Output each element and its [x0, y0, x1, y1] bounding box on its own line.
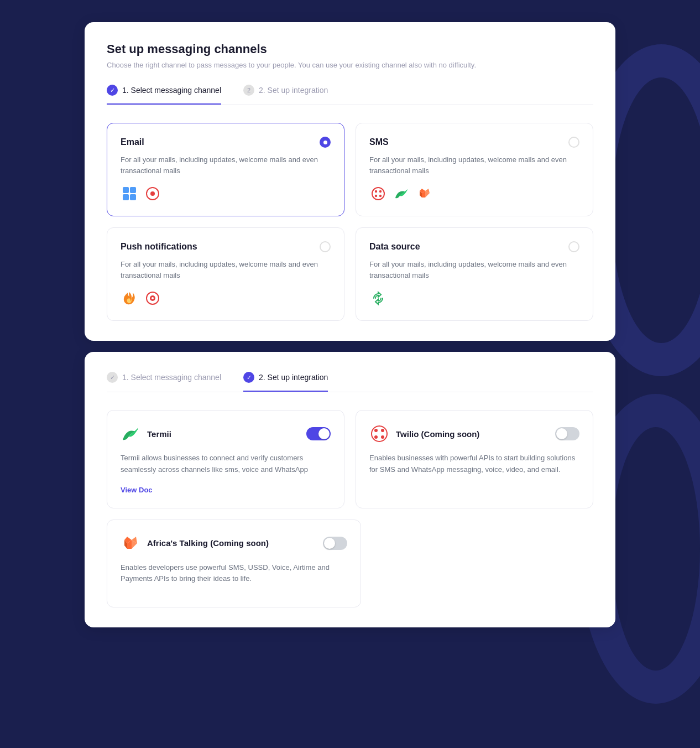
svg-point-7 — [152, 297, 154, 299]
svg-point-12 — [381, 435, 384, 439]
channel-card-email[interactable]: Email For all your mails, including upda… — [107, 123, 344, 216]
channel-email-name: Email — [121, 137, 144, 147]
twilio-header: Twilio (Coming soon) — [369, 424, 579, 444]
svg-point-8 — [372, 426, 387, 441]
svg-point-11 — [374, 435, 378, 439]
channel-email-radio[interactable] — [320, 137, 331, 148]
page-wrapper: Set up messaging channels Choose the rig… — [85, 22, 615, 627]
channel-sms-radio[interactable] — [568, 137, 579, 148]
panel-setup-integration: ✓ 1. Select messaging channel ✓ 2. Set u… — [85, 352, 615, 627]
channel-email-icons — [121, 185, 331, 202]
p2-tab1-label: 1. Select messaging channel — [122, 373, 221, 382]
integration-card-at: Africa's Talking (Coming soon) Enables d… — [107, 520, 361, 608]
at-icon — [121, 533, 140, 553]
svg-point-2 — [379, 190, 382, 193]
tab1-check-icon: ✓ — [107, 85, 118, 96]
channel-push-icons — [121, 289, 331, 307]
channel-sms-name: SMS — [369, 137, 389, 147]
integration-card-twilio: Twilio (Coming soon) Enables businesses … — [356, 410, 593, 508]
sms-icon-termii-bird — [393, 185, 410, 202]
termii-icon — [121, 424, 140, 444]
email-icon-target — [144, 185, 161, 202]
svg-point-3 — [375, 195, 377, 197]
twilio-name: Twilio (Coming soon) — [396, 429, 479, 439]
p2-tab1-check-icon: ✓ — [107, 372, 118, 383]
at-name: Africa's Talking (Coming soon) — [147, 538, 269, 548]
channel-email-desc: For all your mails, including updates, w… — [121, 154, 331, 176]
channel-push-name: Push notifications — [121, 242, 197, 252]
svg-point-10 — [381, 429, 384, 432]
at-header: Africa's Talking (Coming soon) — [121, 533, 347, 553]
tab-select-channel-inactive[interactable]: ✓ 1. Select messaging channel — [107, 372, 221, 392]
channel-push-radio[interactable] — [320, 241, 331, 252]
termii-desc: Termii allows businesses to connect and … — [121, 453, 331, 476]
svg-point-0 — [372, 188, 384, 200]
panel1-subtitle: Choose the right channel to pass message… — [107, 61, 593, 69]
push-icon-pulse — [144, 289, 161, 307]
twilio-toggle[interactable] — [555, 427, 579, 440]
tab2-label: 2. Set up integration — [259, 86, 328, 95]
tab1-label: 1. Select messaging channel — [122, 86, 221, 95]
twilio-title-row: Twilio (Coming soon) — [369, 424, 479, 444]
termii-toggle-knob — [318, 428, 330, 439]
channel-sms-desc: For all your mails, including updates, w… — [369, 154, 579, 176]
termii-view-doc[interactable]: View Doc — [121, 486, 153, 494]
channel-grid: Email For all your mails, including upda… — [107, 123, 593, 321]
channel-datasource-icons — [369, 289, 579, 307]
p2-tab2-label: 2. Set up integration — [259, 373, 328, 382]
channel-sms-icons — [369, 185, 579, 202]
integration-card-termii: Termii Termii allows businesses to conne… — [107, 410, 344, 508]
twilio-icon — [369, 424, 389, 444]
termii-name: Termii — [147, 429, 171, 439]
sms-icon-at — [416, 185, 433, 202]
twilio-desc: Enables businesses with powerful APIs to… — [369, 453, 579, 476]
channel-push-desc: For all your mails, including updates, w… — [121, 259, 331, 280]
email-icon-blue-squares — [121, 185, 138, 202]
at-toggle-knob — [324, 538, 335, 549]
channel-push-header: Push notifications — [121, 241, 331, 252]
datasource-icon-sync — [369, 289, 387, 307]
svg-point-4 — [379, 195, 382, 197]
tab2-check-icon: 2 — [243, 85, 254, 96]
channel-card-push[interactable]: Push notifications For all your mails, i… — [107, 227, 344, 321]
sms-icon-twilio — [369, 185, 387, 202]
tab-setup-integration-inactive[interactable]: 2 2. Set up integration — [243, 85, 328, 105]
integration-grid: Termii Termii allows businesses to conne… — [107, 410, 593, 508]
push-icon-fire — [121, 289, 138, 307]
panel-select-channel: Set up messaging channels Choose the rig… — [85, 22, 615, 341]
channel-datasource-name: Data source — [369, 242, 420, 252]
twilio-toggle-knob — [556, 428, 567, 439]
termii-header: Termii — [121, 424, 331, 444]
termii-title-row: Termii — [121, 424, 171, 444]
channel-datasource-radio[interactable] — [568, 241, 579, 252]
at-desc: Enables developers use powerful SMS, USS… — [121, 562, 347, 585]
tabs-panel1: ✓ 1. Select messaging channel 2 2. Set u… — [107, 85, 593, 105]
channel-datasource-desc: For all your mails, including updates, w… — [369, 259, 579, 280]
at-row: Africa's Talking (Coming soon) Enables d… — [107, 520, 593, 608]
tabs-panel2: ✓ 1. Select messaging channel ✓ 2. Set u… — [107, 372, 593, 392]
svg-point-1 — [375, 190, 377, 193]
channel-card-sms[interactable]: SMS For all your mails, including update… — [356, 123, 593, 216]
svg-point-9 — [374, 429, 378, 432]
at-title-row: Africa's Talking (Coming soon) — [121, 533, 269, 553]
at-toggle[interactable] — [323, 537, 347, 550]
panel1-title: Set up messaging channels — [107, 42, 593, 56]
tab-select-channel-active[interactable]: ✓ 1. Select messaging channel — [107, 85, 221, 105]
channel-datasource-header: Data source — [369, 241, 579, 252]
tab-setup-integration-active[interactable]: ✓ 2. Set up integration — [243, 372, 328, 392]
channel-sms-header: SMS — [369, 137, 579, 148]
channel-email-header: Email — [121, 137, 331, 148]
channel-card-datasource[interactable]: Data source For all your mails, includin… — [356, 227, 593, 321]
termii-toggle[interactable] — [306, 427, 331, 440]
p2-tab2-check-icon: ✓ — [243, 372, 254, 383]
